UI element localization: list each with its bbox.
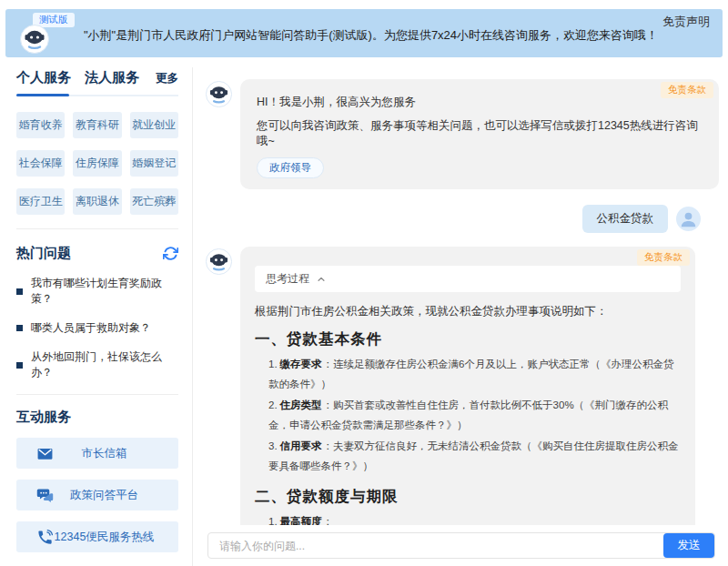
mayor-mailbox-link[interactable]: 市长信箱 — [16, 438, 178, 469]
service-btn-education[interactable]: 教育科研 — [73, 112, 121, 138]
welcome-line-1: HI！我是小荆，很高兴为您服务 — [257, 95, 703, 110]
list-item: 2.住房类型：购买首套或改善性自住住房，首付款比例不低于30%（《荆门缴存的公积… — [268, 395, 681, 436]
service-btn-marriage-adoption[interactable]: 婚育收养 — [16, 112, 65, 138]
section-1-title: 一、贷款基本条件 — [255, 329, 681, 349]
hot-questions-title: 热门问题 — [16, 245, 71, 262]
mail-icon — [36, 445, 54, 462]
hot-question-2[interactable]: 哪类人员属于救助对象？ — [16, 320, 178, 336]
answer-intro: 根据荆门市住房公积金相关政策，现就公积金贷款办理事项说明如下： — [255, 304, 681, 319]
service-btn-funeral[interactable]: 死亡殡葬 — [130, 188, 178, 215]
disclaimer-terms-badge[interactable]: 免责条款 — [637, 249, 690, 266]
phone-icon — [36, 529, 54, 546]
welcome-line-2: 您可以向我咨询政策、服务事项等相关问题，也可以选择写信或拨打12345热线进行咨… — [257, 118, 703, 149]
hot-question-1[interactable]: 我市有哪些计划生育奖励政策？ — [16, 276, 178, 307]
interactive-services-title: 互动服务 — [16, 409, 178, 426]
list-item: 3.信用要求：夫妻双方征信良好，无未结清公积金贷款（《购买自住住房提取住房公积金… — [268, 436, 681, 477]
service-btn-marriage-registration[interactable]: 婚姻登记 — [130, 150, 178, 177]
chat-area: 免责条款 HI！我是小荆，很高兴为您服务 您可以向我咨询政策、服务事项等相关问题… — [193, 67, 728, 566]
robot-avatar-icon — [206, 81, 232, 107]
more-link[interactable]: 更多 — [156, 71, 178, 86]
bot-message-answer: 免责条款 思考过程 根据荆门市住房公积金相关政策，现就公积金贷款办理事项说明如下… — [206, 247, 719, 525]
square-bullet-icon — [16, 288, 23, 295]
disclaimer-terms-badge[interactable]: 免责条款 — [661, 82, 713, 98]
bot-message-welcome: 免责条款 HI！我是小荆，很高兴为您服务 您可以向我咨询政策、服务事项等相关问题… — [206, 79, 719, 189]
service-category-grid: 婚育收养 教育科研 就业创业 社会保障 住房保障 婚姻登记 医疗卫生 离职退休 … — [16, 112, 178, 215]
list-item: 1.缴存要求：连续足额缴存住房公积金满6个月及以上，账户状态正常（《办理公积金贷… — [268, 354, 681, 395]
divider — [16, 228, 178, 229]
section-2-list: 1.最高额度： 单职工家庭：40万元 双职工家庭：60万元 硕士研究生最高可贷1… — [255, 511, 681, 525]
refresh-icon[interactable] — [163, 246, 178, 261]
robot-avatar-icon — [206, 248, 232, 275]
hot-question-3[interactable]: 从外地回荆门，社保该怎么办？ — [16, 349, 178, 380]
chevron-up-icon — [317, 275, 326, 284]
tab-personal-services[interactable]: 个人服务 — [16, 69, 71, 86]
square-bullet-icon — [16, 325, 23, 331]
service-btn-employment[interactable]: 就业创业 — [130, 112, 178, 138]
section-1-list: 1.缴存要求：连续足额缴存住房公积金满6个月及以上，账户状态正常（《办理公积金贷… — [255, 354, 681, 477]
policy-qa-platform-link[interactable]: 政策问答平台 — [16, 480, 178, 510]
user-message-bubble: 公积金贷款 — [582, 205, 669, 233]
service-btn-housing[interactable]: 住房保障 — [73, 150, 121, 177]
section-2-title: 二、贷款额度与期限 — [255, 487, 681, 507]
service-tabs: 个人服务 法人服务 更多 — [16, 69, 178, 96]
robot-avatar-icon — [20, 25, 49, 54]
user-message-row: 公积金贷款 — [206, 205, 701, 233]
bot-welcome-bubble: 免责条款 HI！我是小荆，很高兴为您服务 您可以向我咨询政策、服务事项等相关问题… — [240, 79, 719, 189]
top-banner: 测试版 "小荆"是荆门市人民政府门户网站智能问答助手(测试版)。为您提供7x24… — [5, 9, 723, 57]
divider — [16, 394, 178, 395]
service-btn-medical[interactable]: 医疗卫生 — [16, 188, 65, 215]
disclaimer-link[interactable]: 免责声明 — [662, 14, 710, 30]
list-item: 1.最高额度： — [268, 511, 681, 525]
government-leaders-tag[interactable]: 政府领导 — [257, 157, 324, 178]
chat-icon — [36, 487, 54, 504]
hotline-12345-link[interactable]: 12345便民服务热线 — [16, 521, 178, 552]
bot-answer-bubble: 免责条款 思考过程 根据荆门市住房公积金相关政策，现就公积金贷款办理事项说明如下… — [240, 247, 695, 525]
message-list: 免责条款 HI！我是小荆，很高兴为您服务 您可以向我咨询政策、服务事项等相关问题… — [206, 67, 719, 525]
tab-legal-services[interactable]: 法人服务 — [85, 69, 139, 86]
square-bullet-icon — [16, 362, 23, 369]
banner-welcome-text: "小荆"是荆门市人民政府门户网站智能问答助手(测试版)。为您提供7x24小时在线… — [84, 27, 658, 44]
sidebar: 个人服务 法人服务 更多 婚育收养 教育科研 就业创业 社会保障 住房保障 婚姻… — [0, 67, 193, 566]
service-btn-social-security[interactable]: 社会保障 — [16, 150, 65, 177]
thinking-process-toggle[interactable]: 思考过程 — [255, 266, 681, 292]
service-btn-retirement[interactable]: 离职退休 — [73, 188, 121, 215]
user-avatar-icon — [676, 207, 701, 231]
chat-input-bar: 发送 — [207, 532, 715, 559]
send-button[interactable]: 发送 — [663, 533, 714, 558]
question-input[interactable] — [208, 533, 663, 558]
